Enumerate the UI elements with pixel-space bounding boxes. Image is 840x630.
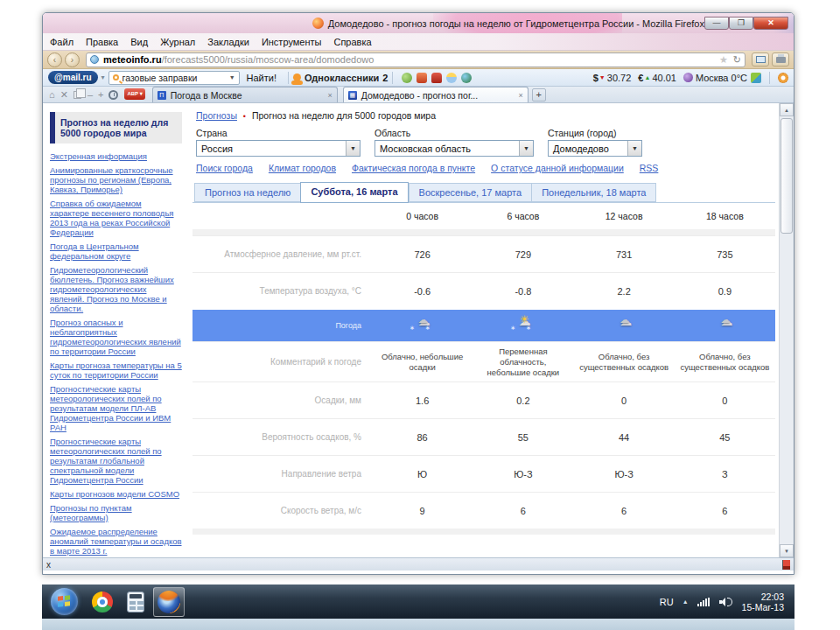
mailru-logo[interactable]: @mail.ru — [48, 71, 98, 84]
agent-icon[interactable] — [402, 73, 412, 83]
quick-link[interactable]: Фактическая погода в пункте — [352, 163, 475, 173]
menu-item[interactable]: Инструменты — [262, 37, 322, 47]
news-globe-icon[interactable] — [461, 73, 472, 83]
sidebar-link[interactable]: Прогностические карты метеорологических … — [50, 384, 182, 432]
menu-item[interactable]: Закладки — [207, 37, 249, 47]
gear-icon[interactable] — [778, 73, 788, 83]
new-tab-button[interactable]: + — [532, 88, 546, 102]
windows-start-button[interactable] — [51, 588, 78, 615]
bookmark-star-icon[interactable]: ★ — [719, 54, 728, 66]
zoom-in-button[interactable]: + — [98, 88, 103, 101]
volume-icon[interactable] — [719, 597, 732, 607]
weather-widget-icon[interactable] — [446, 73, 457, 83]
scrollbar-thumb[interactable] — [780, 118, 793, 234]
sidebar-link[interactable]: Прогноз опасных и неблагоприятных гидром… — [50, 318, 182, 356]
tab-close-icon[interactable]: × — [518, 91, 522, 100]
reload-icon[interactable]: ↻ — [733, 54, 741, 66]
url-bar[interactable]: meteoinfo.ru /forecasts5000/russia/mosco… — [86, 52, 746, 67]
menu-item[interactable]: Правка — [86, 37, 118, 47]
menu-item[interactable]: Журнал — [160, 37, 195, 47]
restore-button[interactable]: ❐ — [729, 17, 753, 30]
toolbar-widget-icon[interactable] — [751, 73, 761, 83]
search-dropdown-icon[interactable]: ▼ — [229, 74, 235, 80]
quick-link[interactable]: Климат городов — [269, 163, 336, 173]
window-view-button[interactable] — [752, 52, 769, 66]
sidebar-link[interactable]: Ожидаемое распределение аномалий темпера… — [50, 527, 182, 556]
back-button[interactable]: ‹ — [47, 52, 62, 67]
browser-tab-domodedovo[interactable]: ▦ Домодедово - прогноз пог... × — [343, 87, 528, 102]
cell-value: Ю-З — [472, 466, 573, 482]
find-button[interactable]: Найти! — [247, 73, 276, 83]
region-select[interactable]: Московская область ▼ — [374, 140, 534, 157]
sidebar-link[interactable]: Гидрометеорологический бюллетень. Прогно… — [50, 265, 182, 313]
forecast-day-tab[interactable]: Воскресенье, 17 марта — [409, 183, 532, 202]
forecast-day-tab[interactable]: Прогноз на неделю — [194, 183, 300, 202]
sidebar-link[interactable]: Прогнозы по пунктам (метеограммы) — [50, 503, 182, 522]
auto-icon[interactable] — [431, 73, 442, 83]
scroll-down-arrow-icon[interactable]: ▼ — [780, 544, 794, 557]
forward-button[interactable]: › — [65, 52, 80, 67]
mailru-logo-caret-icon[interactable]: ▾ — [102, 74, 105, 81]
sidebar-link[interactable]: Прогностические карты метеорологических … — [50, 437, 182, 485]
games-icon[interactable] — [416, 73, 427, 83]
print-button[interactable] — [772, 52, 789, 66]
cell-value: 0.2 — [472, 393, 573, 409]
forecast-day-tabs: Прогноз на неделюСуббота, 16 мартаВоскре… — [192, 182, 775, 203]
network-signal-icon[interactable] — [697, 598, 710, 606]
breadcrumb-bullet: • — [243, 112, 246, 121]
copy-icon[interactable] — [74, 91, 81, 99]
scroll-up-arrow-icon[interactable]: ▲ — [780, 103, 794, 116]
toolbar-search-value: газовые заправки — [122, 73, 198, 83]
country-select[interactable]: Россия ▼ — [196, 140, 360, 157]
toolbar-search-input[interactable]: газовые заправки ▼ — [108, 71, 240, 85]
close-button[interactable]: ✕ — [753, 17, 788, 30]
adblock-icon[interactable]: ABP ▾ — [124, 88, 144, 100]
city-weather-value[interactable]: Москва 0°C — [696, 73, 747, 83]
status-flag-icon[interactable] — [782, 560, 790, 570]
table-divider — [192, 229, 775, 235]
menu-item[interactable]: Вид — [130, 37, 148, 47]
table-rows-top: Атмосферное давление, мм рт.ст. 726 729 … — [192, 235, 775, 309]
breadcrumb-link[interactable]: Прогнозы — [196, 110, 237, 121]
quick-link[interactable]: Поиск города — [196, 163, 253, 173]
taskbar-chrome-button[interactable] — [87, 587, 118, 617]
menu-item[interactable]: Файл — [50, 37, 74, 47]
sidebar-link[interactable]: Анимированные краткосрочные прогнозы по … — [50, 165, 182, 194]
forecast-day-tab[interactable]: Суббота, 16 марта — [300, 182, 408, 203]
stop-icon[interactable]: ✕ — [60, 88, 68, 101]
findbar-close-button[interactable]: x — [46, 560, 51, 570]
tab-close-icon[interactable]: × — [327, 91, 332, 100]
window-title: Домодедово - прогноз погоды на неделю от… — [328, 18, 704, 29]
window-icon — [756, 56, 766, 63]
title-bar[interactable]: Домодедово - прогноз погоды на неделю от… — [43, 13, 794, 33]
taskbar: RU ▲ 22:03 15-Mar-13 — [42, 584, 794, 619]
quick-link[interactable]: О статусе данной информации — [491, 163, 624, 173]
sidebar-link[interactable]: Экстренная информация — [50, 151, 182, 161]
cell-value: 735 — [675, 247, 775, 262]
language-indicator[interactable]: RU — [660, 597, 674, 607]
cell-value: 0.9 — [675, 284, 775, 299]
quick-link[interactable]: RSS — [640, 163, 659, 173]
station-select[interactable]: Домодедово ▼ — [548, 140, 642, 157]
taskbar-calculator-button[interactable] — [120, 587, 151, 617]
vertical-scrollbar[interactable]: ▲ ▼ — [779, 103, 794, 557]
menu-item[interactable]: Справка — [333, 37, 371, 47]
zoom-out-button[interactable]: – — [88, 88, 93, 101]
cell-value: 6 — [675, 503, 775, 519]
sidebar-link[interactable]: Справка об ожидаемом характере весеннего… — [50, 199, 182, 237]
history-clock-icon[interactable] — [108, 90, 118, 100]
odnoklassniki-button[interactable]: Одноклассники — [304, 73, 379, 83]
url-domain: meteoinfo.ru — [103, 54, 162, 65]
sidebar-link[interactable]: Погода в Центральном федеральном округе — [50, 242, 182, 261]
browser-tab-moscow[interactable]: П Погода в Москве × — [152, 87, 338, 102]
minimize-button[interactable]: — — [704, 17, 729, 30]
printer-icon — [776, 57, 786, 63]
tray-expand-icon[interactable]: ▲ — [682, 598, 689, 605]
tray-clock[interactable]: 22:03 15-Mar-13 — [742, 592, 784, 612]
home-icon[interactable]: ⌂ — [49, 88, 55, 101]
forecast-day-tab[interactable]: Понедельник, 18 марта — [531, 183, 656, 202]
taskbar-firefox-button[interactable] — [153, 587, 185, 617]
odnoklassniki-badge: 2 — [382, 73, 388, 83]
sidebar-link[interactable]: Карты прогноза температуры на 5 суток по… — [50, 360, 182, 380]
sidebar-link[interactable]: Карты прогнозов модели COSMO — [50, 489, 182, 499]
